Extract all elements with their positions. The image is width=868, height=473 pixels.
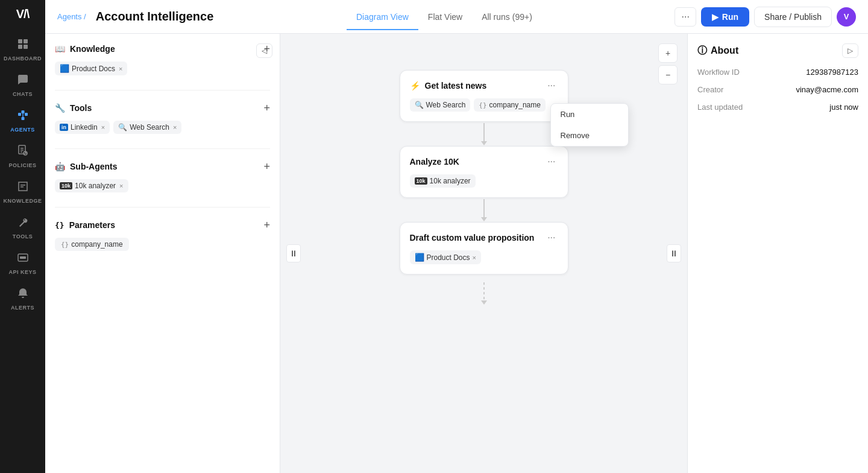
sidebar-item-agents[interactable]: AGENTS (4, 104, 42, 138)
knowledge-section: 📖 Knowledge + 🟦 Product Docs × (55, 43, 270, 75)
sidebar-item-label-policies: POLICIES (8, 162, 36, 168)
info-row-last-updated: Last updated just now (697, 103, 858, 112)
subagents-section-title: 🤖 Sub-Agents (55, 162, 118, 171)
svg-rect-17 (20, 186, 24, 188)
connector-dashed-end (481, 275, 487, 305)
web-search-node-label: Web Search (426, 101, 466, 109)
node-tag-company-name-param: {} company_name (474, 98, 546, 112)
node-tag-web-search: 🔍 Web Search (410, 98, 471, 112)
svg-rect-12 (20, 148, 24, 149)
parameters-section: {} Parameters + {} company_name (55, 220, 270, 251)
knowledge-icon: 📖 (55, 44, 65, 54)
svg-rect-1 (24, 39, 28, 43)
svg-rect-13 (20, 150, 24, 151)
tab-diagram-view[interactable]: Diagram View (347, 8, 418, 25)
remove-product-docs-node-button[interactable]: × (473, 254, 476, 261)
page-title: Account Intelligence (96, 10, 214, 24)
subagent-tag-10k: 10k 10k analyzer × (55, 179, 128, 192)
sidebar-item-alerts[interactable]: ALERTS (4, 282, 42, 316)
avatar: V (837, 7, 856, 27)
param-icon-small: {} (479, 101, 486, 109)
info-row-creator: Creator vinay@acme.com (697, 85, 858, 94)
share-publish-button[interactable]: Share / Publish (754, 7, 832, 27)
node-more-draft-custom[interactable]: ··· (545, 232, 558, 243)
tab-flat-view[interactable]: Flat View (418, 8, 472, 25)
remove-web-search-button[interactable]: × (173, 124, 177, 131)
tools-icon (17, 216, 29, 231)
node-more-get-latest-news[interactable]: ··· (545, 80, 558, 91)
canvas-controls: + − (658, 43, 678, 84)
param-tag-company-name: {} company_name (55, 238, 129, 251)
tools-tags: in Linkedin × 🔍 Web Search × (55, 121, 270, 134)
10k-analyzer-node-label: 10k analyzer (430, 177, 471, 185)
sidebar-item-label-alerts: ALERTS (11, 305, 34, 311)
zoom-out-button[interactable]: − (658, 65, 678, 84)
linkedin-icon: in (60, 124, 68, 131)
more-options-button[interactable]: ··· (675, 7, 696, 27)
tool-tag-linkedin: in Linkedin × (55, 121, 110, 134)
sidebar-item-tools[interactable]: TOOLS (4, 211, 42, 244)
gdocs-icon-node: 🟦 (415, 253, 424, 262)
parameters-section-header: {} Parameters + (55, 220, 270, 230)
sidebar-item-api-keys[interactable]: API KEYS (4, 247, 42, 280)
info-panel: ⓘ About ▷ Workflow ID 129387987123 Creat… (687, 34, 868, 473)
knowledge-section-title: 📖 Knowledge (55, 44, 115, 54)
sidebar-item-policies[interactable]: POLICIES (4, 140, 42, 173)
tools-section-title: 🔧 Tools (55, 103, 92, 113)
breadcrumb[interactable]: Agents / (57, 12, 86, 21)
draft-custom-label: Draft custom value proposition (410, 233, 535, 243)
zoom-in-button[interactable]: + (658, 43, 678, 63)
analyze-10k-label: Analyze 10K (410, 157, 459, 167)
context-menu-remove[interactable]: Remove (551, 125, 628, 146)
node-title-draft-custom: Draft custom value proposition (410, 233, 535, 243)
add-subagent-button[interactable]: + (263, 161, 270, 172)
knowledge-icon (17, 180, 29, 195)
logo: V/\ (16, 7, 29, 21)
node-tags-draft-custom: 🟦 Product Docs × (410, 250, 558, 264)
info-panel-header: ⓘ About ▷ (697, 43, 858, 58)
node-tag-10k-analyzer: 10k 10k analyzer (410, 174, 476, 188)
company-name-node-label: company_name (489, 101, 541, 109)
collapse-info-panel-button[interactable]: ▷ (842, 43, 858, 58)
main-area: Agents / Account Intelligence Diagram Vi… (45, 0, 868, 473)
sidebar-item-dashboard[interactable]: DASHBOARD (4, 33, 42, 66)
tools-section-header: 🔧 Tools + (55, 103, 270, 113)
lightning-icon: ⚡ (410, 81, 420, 90)
run-button[interactable]: ▶ Run (701, 7, 749, 27)
subagents-tags: 10k 10k analyzer × (55, 179, 270, 192)
node-title-analyze-10k: Analyze 10K (410, 157, 459, 167)
tab-all-runs[interactable]: All runs (99+) (472, 8, 542, 25)
knowledge-tag-label: Product Docs (72, 65, 115, 73)
collapse-panel-button[interactable]: ◁ (256, 43, 272, 58)
svg-rect-16 (20, 185, 25, 186)
remove-linkedin-button[interactable]: × (101, 124, 105, 131)
creator-value: vinay@acme.com (796, 85, 858, 94)
web-search-label: Web Search (130, 123, 169, 132)
add-tool-button[interactable]: + (263, 103, 270, 113)
10k-icon-node: 10k (415, 177, 427, 185)
policies-icon (17, 145, 29, 160)
remove-product-docs-button[interactable]: × (119, 65, 122, 72)
sidebar-item-label-knowledge: KNOWLEDGE (4, 198, 42, 204)
tools-icon-section: 🔧 (55, 103, 65, 113)
parameters-icon: {} (55, 221, 64, 230)
add-parameter-button[interactable]: + (263, 220, 270, 230)
node-wrapper-get-latest-news: ⚡ Get latest news ··· 🔍 Web Search (400, 70, 568, 122)
context-menu-run[interactable]: Run (551, 104, 628, 125)
sidebar-item-chats[interactable]: CHATS (4, 69, 42, 102)
svg-rect-0 (18, 39, 22, 43)
node-more-analyze-10k[interactable]: ··· (545, 156, 558, 167)
google-docs-icon: 🟦 (60, 64, 69, 73)
workflow-container: ⚡ Get latest news ··· 🔍 Web Search (280, 34, 687, 305)
connector-line-2 (483, 199, 485, 218)
parameters-section-title: {} Parameters (55, 220, 115, 230)
node-get-latest-news: ⚡ Get latest news ··· 🔍 Web Search (400, 70, 568, 122)
sidebar-item-knowledge[interactable]: KNOWLEDGE (4, 176, 42, 209)
connector-line-1 (483, 123, 485, 142)
config-panel: ◁ 📖 Knowledge + 🟦 Product Docs × (45, 34, 280, 473)
run-label: Run (722, 12, 738, 22)
node-draft-custom: Draft custom value proposition ··· 🟦 Pro… (400, 222, 568, 275)
svg-rect-2 (18, 45, 22, 49)
remove-10k-button[interactable]: × (119, 182, 123, 189)
context-menu: Run Remove (550, 103, 629, 147)
